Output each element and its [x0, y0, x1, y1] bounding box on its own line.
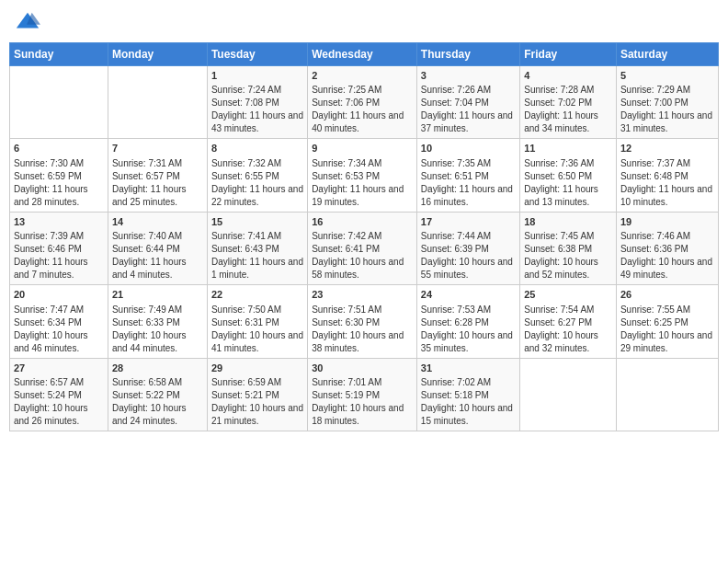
calendar-cell: 14Sunrise: 7:40 AMSunset: 6:44 PMDayligh… — [108, 212, 207, 284]
page-header — [9, 9, 719, 35]
calendar-cell: 12Sunrise: 7:37 AMSunset: 6:48 PMDayligh… — [616, 139, 718, 212]
day-info: Sunrise: 7:53 AM — [421, 304, 516, 316]
day-number: 10 — [421, 142, 516, 155]
calendar-cell — [520, 358, 617, 431]
day-info: Daylight: 10 hours and 26 minutes. — [14, 402, 104, 428]
day-info: Sunset: 7:00 PM — [620, 97, 714, 109]
day-number: 15 — [211, 215, 303, 229]
day-info: Sunrise: 7:39 AM — [14, 230, 104, 243]
day-info: Sunrise: 7:28 AM — [524, 84, 612, 97]
day-info: Sunset: 6:53 PM — [312, 170, 413, 183]
calendar-cell: 2Sunrise: 7:25 AMSunset: 7:06 PMDaylight… — [308, 66, 417, 139]
day-number: 18 — [524, 215, 612, 229]
calendar-week-row: 6Sunrise: 7:30 AMSunset: 6:59 PMDaylight… — [10, 139, 719, 212]
day-info: Sunset: 6:50 PM — [524, 170, 612, 183]
day-number: 24 — [421, 288, 516, 302]
day-info: Sunrise: 7:50 AM — [211, 304, 303, 316]
day-number: 31 — [421, 362, 516, 375]
day-info: Daylight: 10 hours and 24 minutes. — [112, 402, 203, 428]
calendar-cell — [10, 66, 108, 139]
day-info: Sunrise: 7:25 AM — [312, 84, 413, 97]
day-number: 26 — [620, 288, 714, 302]
day-info: Sunset: 6:39 PM — [421, 243, 516, 256]
day-info: Sunset: 5:22 PM — [112, 389, 203, 402]
day-info: Daylight: 10 hours and 44 minutes. — [112, 329, 203, 355]
day-info: Daylight: 11 hours and 16 minutes. — [421, 183, 516, 209]
day-info: Daylight: 11 hours and 1 minute. — [211, 256, 303, 282]
day-info: Sunset: 7:06 PM — [312, 97, 413, 109]
day-info: Sunrise: 7:37 AM — [620, 157, 714, 170]
calendar-cell: 6Sunrise: 7:30 AMSunset: 6:59 PMDaylight… — [10, 139, 108, 212]
calendar-cell: 27Sunrise: 6:57 AMSunset: 5:24 PMDayligh… — [10, 358, 108, 431]
day-info: Sunrise: 7:44 AM — [421, 230, 516, 243]
calendar-cell: 18Sunrise: 7:45 AMSunset: 6:38 PMDayligh… — [520, 212, 617, 284]
day-info: Sunrise: 7:54 AM — [524, 304, 612, 316]
day-info: Sunrise: 7:47 AM — [14, 304, 104, 316]
day-info: Daylight: 10 hours and 46 minutes. — [14, 329, 104, 355]
calendar-week-row: 13Sunrise: 7:39 AMSunset: 6:46 PMDayligh… — [10, 212, 719, 284]
day-number: 2 — [312, 69, 413, 83]
day-info: Sunrise: 6:57 AM — [14, 376, 104, 389]
day-info: Sunset: 5:19 PM — [312, 389, 413, 402]
day-info: Daylight: 11 hours and 13 minutes. — [524, 183, 612, 209]
calendar-cell: 13Sunrise: 7:39 AMSunset: 6:46 PMDayligh… — [10, 212, 108, 284]
day-number: 7 — [112, 142, 203, 155]
day-info: Sunrise: 7:45 AM — [524, 230, 612, 243]
calendar-cell: 30Sunrise: 7:01 AMSunset: 5:19 PMDayligh… — [308, 358, 417, 431]
day-info: Sunset: 6:28 PM — [421, 316, 516, 329]
day-info: Sunset: 6:48 PM — [620, 170, 714, 183]
day-info: Sunrise: 7:55 AM — [620, 304, 714, 316]
calendar-week-row: 20Sunrise: 7:47 AMSunset: 6:34 PMDayligh… — [10, 285, 719, 358]
calendar-cell: 21Sunrise: 7:49 AMSunset: 6:33 PMDayligh… — [108, 285, 207, 358]
calendar-cell: 19Sunrise: 7:46 AMSunset: 6:36 PMDayligh… — [616, 212, 718, 284]
calendar-cell: 31Sunrise: 7:02 AMSunset: 5:18 PMDayligh… — [416, 358, 519, 431]
day-info: Sunset: 6:38 PM — [524, 243, 612, 256]
day-info: Sunset: 6:51 PM — [421, 170, 516, 183]
day-info: Daylight: 11 hours and 22 minutes. — [211, 183, 303, 209]
calendar-cell: 17Sunrise: 7:44 AMSunset: 6:39 PMDayligh… — [416, 212, 519, 284]
day-info: Sunset: 6:43 PM — [211, 243, 303, 256]
day-info: Sunrise: 7:49 AM — [112, 304, 203, 316]
day-info: Sunrise: 7:31 AM — [112, 157, 203, 170]
day-info: Daylight: 10 hours and 21 minutes. — [211, 402, 303, 428]
calendar-cell: 5Sunrise: 7:29 AMSunset: 7:00 PMDaylight… — [616, 66, 718, 139]
day-info: Sunset: 6:30 PM — [312, 316, 413, 329]
day-info: Sunrise: 7:29 AM — [620, 84, 714, 97]
day-info: Sunset: 6:31 PM — [211, 316, 303, 329]
day-number: 8 — [211, 142, 303, 155]
day-number: 5 — [620, 69, 714, 83]
day-info: Daylight: 11 hours and 25 minutes. — [112, 183, 203, 209]
day-number: 9 — [312, 142, 413, 155]
day-info: Daylight: 11 hours and 43 minutes. — [211, 109, 303, 135]
calendar-cell: 8Sunrise: 7:32 AMSunset: 6:55 PMDaylight… — [207, 139, 307, 212]
day-number: 6 — [14, 142, 104, 155]
day-info: Sunrise: 7:30 AM — [14, 157, 104, 170]
day-info: Daylight: 10 hours and 49 minutes. — [620, 256, 714, 282]
day-info: Daylight: 10 hours and 41 minutes. — [211, 329, 303, 355]
day-info: Daylight: 10 hours and 55 minutes. — [421, 256, 516, 282]
day-info: Sunrise: 7:32 AM — [211, 157, 303, 170]
calendar-cell: 22Sunrise: 7:50 AMSunset: 6:31 PMDayligh… — [207, 285, 307, 358]
day-info: Daylight: 11 hours and 28 minutes. — [14, 183, 104, 209]
day-info: Daylight: 10 hours and 15 minutes. — [421, 402, 516, 428]
day-info: Sunset: 7:02 PM — [524, 97, 612, 109]
day-number: 27 — [14, 362, 104, 375]
calendar-cell: 1Sunrise: 7:24 AMSunset: 7:08 PMDaylight… — [207, 66, 307, 139]
day-info: Sunrise: 7:34 AM — [312, 157, 413, 170]
weekday-header: Saturday — [616, 43, 718, 66]
day-number: 12 — [620, 142, 714, 155]
weekday-header: Friday — [520, 43, 617, 66]
day-info: Sunrise: 7:24 AM — [211, 84, 303, 97]
weekday-header: Monday — [108, 43, 207, 66]
day-info: Daylight: 10 hours and 35 minutes. — [421, 329, 516, 355]
day-info: Daylight: 10 hours and 29 minutes. — [620, 329, 714, 355]
day-info: Sunrise: 7:36 AM — [524, 157, 612, 170]
day-number: 19 — [620, 215, 714, 229]
logo — [13, 9, 40, 35]
day-info: Sunrise: 7:42 AM — [312, 230, 413, 243]
weekday-header: Sunday — [10, 43, 108, 66]
calendar-table: SundayMondayTuesdayWednesdayThursdayFrid… — [9, 42, 719, 431]
day-info: Sunset: 6:33 PM — [112, 316, 203, 329]
calendar-cell: 26Sunrise: 7:55 AMSunset: 6:25 PMDayligh… — [616, 285, 718, 358]
day-info: Daylight: 11 hours and 10 minutes. — [620, 183, 714, 209]
